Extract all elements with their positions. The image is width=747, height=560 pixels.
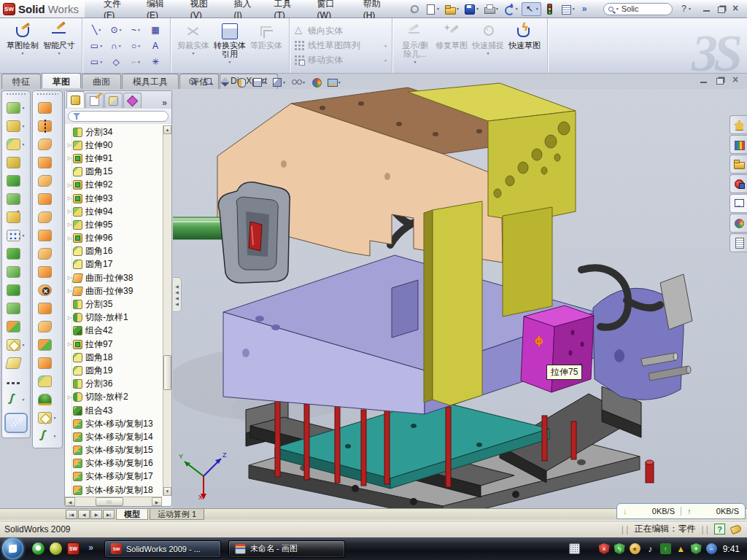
solidworks-quicklaunch-icon[interactable]: SW (67, 542, 80, 555)
polygon-icon[interactable]: ◇ (107, 54, 126, 70)
shell-icon[interactable] (3, 299, 29, 317)
tree-horizontal-scrollbar[interactable]: ◀ ||| ▶ (65, 497, 162, 506)
circle-icon[interactable]: ⊙ ▼ (107, 22, 126, 38)
offset-entities-button[interactable]: 等距实体 (248, 20, 285, 71)
start-button[interactable] (2, 538, 23, 559)
tree-item[interactable]: 组合43 (66, 404, 171, 417)
tree-item[interactable]: ▷ 拉伸93 (66, 192, 171, 205)
tag-icon[interactable] (730, 524, 743, 534)
scroll-right-button[interactable]: ▶ (152, 497, 162, 506)
taskbar-window-button[interactable]: 未命名 - 画图 (228, 540, 345, 558)
search-input[interactable]: Solic (622, 4, 639, 13)
propertymanager-tab[interactable] (85, 93, 104, 108)
rectangle-icon[interactable]: ▭ ▼ (87, 38, 107, 54)
tree-item[interactable]: 圆角17 (66, 258, 171, 271)
print-icon[interactable]: ▼ (482, 3, 500, 15)
scroll-down-button[interactable]: ▼ (163, 487, 171, 496)
sketch-button[interactable]: 草图绘制 ▼ (4, 20, 41, 71)
display-style-icon[interactable]: ▼ (252, 77, 266, 87)
security-suite-icon[interactable]: ϟ (614, 543, 625, 554)
move-face-icon[interactable] (34, 335, 61, 354)
reference-geometry-icon[interactable]: ▼ (3, 335, 29, 354)
badge-icon[interactable]: ★ (630, 543, 640, 554)
slot-icon[interactable]: ▭ ▼ (87, 54, 107, 70)
dome-icon[interactable] (34, 299, 61, 317)
hazard-icon[interactable]: ▲ (676, 543, 686, 554)
wrap-icon[interactable] (34, 317, 61, 335)
panel-splitter[interactable]: ◀◀◀◀ (173, 277, 182, 312)
hole-wizard-icon[interactable] (3, 208, 29, 226)
expand-arrow-icon[interactable]: ▷ (66, 182, 73, 188)
planar-surface-icon[interactable] (34, 208, 61, 226)
game-ball-icon[interactable] (50, 542, 62, 555)
area-select-icon[interactable]: ▦ (146, 22, 166, 38)
axis-icon[interactable] (3, 372, 29, 390)
help-button[interactable]: ? ▼ (681, 4, 692, 14)
first-page-button[interactable]: |◀ (66, 510, 77, 519)
apply-scene-icon[interactable]: ▼ (328, 77, 341, 87)
tree-item[interactable]: ▷ 拉伸95 (66, 218, 171, 231)
tree-item[interactable]: 圆角16 (66, 245, 171, 258)
expand-arrow-icon[interactable]: ▷ (66, 195, 73, 201)
tree-item[interactable]: ▷ 拉伸94 (66, 205, 171, 218)
linear-sketch-pattern-button[interactable]: 线性草图阵列 ▼ (294, 39, 387, 52)
scroll-thumb[interactable] (163, 355, 171, 390)
tree-item[interactable]: 分割35 (66, 298, 171, 311)
tree-item[interactable]: ▷ 曲面-拉伸39 (66, 284, 171, 298)
lofted-cut-icon[interactable] (34, 153, 61, 171)
smart-dimension-button[interactable]: 智能尺寸 ▼ (41, 20, 77, 71)
flex-icon[interactable] (34, 171, 61, 190)
move-copy-body-icon[interactable] (3, 317, 29, 335)
expand-arrow-icon[interactable]: ▷ (66, 236, 73, 241)
reference-geometry2-icon[interactable]: ▼ (34, 408, 61, 427)
mirror-feature-icon[interactable] (3, 244, 29, 262)
mold-assembly-model[interactable] (173, 73, 747, 508)
zoom-area-icon[interactable] (204, 77, 214, 87)
select-icon[interactable]: ▼ (522, 2, 541, 16)
mirror-entities-button[interactable]: 镜向实体 (294, 25, 387, 37)
zoom-fit-icon[interactable] (188, 77, 198, 87)
tree-item[interactable]: ▷ 拉伸96 (66, 232, 171, 245)
graphics-viewport[interactable]: ◀◀◀◀ ϕ 拉伸75 (173, 89, 747, 508)
last-page-button[interactable]: ▶| (103, 510, 115, 519)
tree-item[interactable]: 分割34 (66, 125, 171, 139)
scroll-up-button[interactable]: ▲ (163, 125, 171, 134)
section-view-icon[interactable] (220, 77, 231, 87)
spline-icon[interactable]: ~ ▼ (126, 22, 146, 38)
volume-icon[interactable]: ♪ (645, 543, 656, 554)
extruded-cut-icon[interactable]: ▼ (3, 117, 29, 135)
tree-item[interactable]: 分割36 (66, 378, 171, 391)
tree-filter-box[interactable] (68, 111, 169, 122)
linear-pattern-icon[interactable]: ▼ (3, 226, 29, 244)
messenger-icon[interactable] (32, 542, 44, 555)
tree-item[interactable]: 实体-移动/复制14 (66, 430, 171, 443)
tree-item[interactable]: 圆角15 (66, 166, 171, 179)
undo-icon[interactable]: ▼ (502, 3, 520, 15)
arc-icon[interactable]: ∩ ▼ (107, 38, 126, 54)
scroll-thumb[interactable]: ||| (96, 497, 123, 506)
tree-item[interactable]: 实体-移动/复制16 (66, 457, 171, 470)
viewport-minimize-button[interactable] (699, 76, 709, 85)
dome-cylinder-icon[interactable] (34, 390, 61, 408)
next-page-button[interactable]: ▶ (90, 510, 102, 519)
sketch-fillet-icon[interactable]: ⌐ ▼ (126, 54, 146, 70)
freeform-icon[interactable] (34, 190, 61, 208)
tree-item[interactable]: ▷ 曲面-拉伸38 (66, 271, 171, 284)
lofted-boss-icon[interactable] (3, 171, 29, 190)
rebuild-icon[interactable] (543, 3, 557, 15)
search-box[interactable]: ▼ Solic (603, 3, 673, 15)
expand-arrow-icon[interactable]: ▷ (66, 222, 73, 228)
fillet-icon[interactable]: ▼ (3, 135, 29, 153)
view-orientation-icon[interactable]: ▼ (272, 77, 286, 87)
toolbar-overflow-icon[interactable] (578, 3, 593, 15)
swept-cut-icon[interactable] (34, 135, 61, 153)
expand-arrow-icon[interactable]: ▷ (66, 315, 73, 321)
trim-entities-button[interactable]: 剪裁实体 ▼ (175, 20, 212, 71)
swept-boss-icon[interactable] (3, 153, 29, 171)
update-blocked-icon[interactable]: − (706, 543, 717, 554)
solidworks-resources-tab[interactable] (729, 115, 747, 134)
expand-arrow-icon[interactable]: ▷ (66, 341, 73, 347)
move-entities-button[interactable]: 移动实体 ▼ (294, 54, 387, 66)
rapid-sketch-button[interactable]: 快速草图 (506, 20, 543, 71)
file-explorer-tab[interactable] (729, 155, 747, 174)
